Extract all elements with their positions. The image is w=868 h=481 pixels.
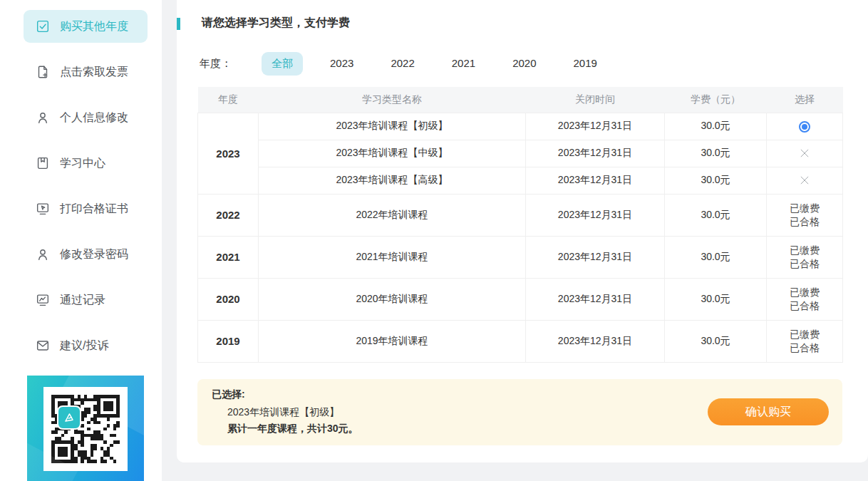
brand-logo-icon [57,405,81,430]
paid-status: 已缴费已合格 [767,328,842,355]
monitor-cursor-icon [35,201,51,217]
column-header: 学习类型名称 [259,87,526,113]
select-cell: 已缴费已合格 [767,320,843,362]
course-name-cell: 2023年培训课程【中级】 [259,140,526,167]
close-time-cell: 2023年12月31日 [526,167,665,194]
year-tab-2023[interactable]: 2023 [320,52,363,76]
fee-cell: 30.0元 [665,320,767,362]
sidebar-item-label: 购买其他年度 [60,19,128,34]
sidebar-item-label: 个人信息修改 [60,110,128,125]
sidebar-item-label: 点击索取发票 [60,65,128,80]
select-cell [767,167,843,194]
fee-cell: 30.0元 [665,140,767,167]
unavailable-x-icon [798,174,811,185]
wechat-qr-code [43,387,128,471]
column-header: 选择 [767,87,843,113]
close-time-cell: 2023年12月31日 [526,140,665,167]
title-accent-bar [177,18,180,30]
close-time-cell: 2023年12月31日 [526,236,665,278]
sidebar-item-5[interactable]: 打印合格证书 [24,192,148,225]
sidebar-item-label: 建议/投诉 [60,338,108,353]
fee-cell: 30.0元 [665,113,767,140]
qr-panel [27,376,144,481]
course-row: 2023年培训课程【高级】2023年12月31日30.0元 [198,167,843,194]
course-row: 20192019年培训课程2023年12月31日30.0元已缴费已合格 [198,320,843,362]
fee-cell: 30.0元 [665,167,767,194]
confirm-purchase-button[interactable]: 确认购买 [708,398,829,425]
sidebar-item-7[interactable]: 通过记录 [24,284,148,316]
select-cell: 已缴费已合格 [767,236,843,278]
select-cell: 已缴费已合格 [767,194,843,236]
course-name-cell: 2023年培训课程【初级】 [259,113,526,140]
column-header: 年度 [198,87,259,113]
course-name-cell: 2021年培训课程 [259,236,526,278]
sidebar-item-label: 通过记录 [60,293,105,308]
year-tab-2021[interactable]: 2021 [442,52,485,76]
course-radio-selected[interactable] [799,121,810,133]
course-table-body: 20232023年培训课程【初级】2023年12月31日30.0元2023年培训… [198,113,843,362]
course-name-cell: 2019年培训课程 [259,320,526,362]
year-cell: 2022 [198,194,259,236]
course-row: 20232023年培训课程【初级】2023年12月31日30.0元 [198,113,843,140]
year-tab-全部[interactable]: 全部 [262,52,303,76]
sidebar-menu: 购买其他年度点击索取发票个人信息修改学习中心打印合格证书修改登录密码通过记录建议… [0,0,162,362]
sidebar-item-label: 打印合格证书 [60,202,128,217]
fee-cell: 30.0元 [665,278,767,320]
course-table: 年度学习类型名称关闭时间学费（元）选择 20232023年培训课程【初级】202… [197,87,843,363]
year-tab-2019[interactable]: 2019 [564,52,607,76]
checkbox-check-icon [35,19,51,34]
invoice-plus-icon [35,64,51,80]
mail-icon [35,338,51,353]
close-time-cell: 2023年12月31日 [526,194,665,236]
course-name-cell: 2022年培训课程 [259,194,526,236]
year-cell: 2019 [198,320,259,362]
section-title: 请您选择学习类型，支付学费 [177,0,868,31]
fee-cell: 30.0元 [665,236,767,278]
sidebar-item-8[interactable]: 建议/投诉 [24,329,148,362]
sidebar-item-3[interactable]: 个人信息修改 [24,101,148,134]
column-header: 学费（元） [665,87,767,113]
sidebar-item-2[interactable]: 点击索取发票 [24,56,148,88]
close-time-cell: 2023年12月31日 [526,320,665,362]
paid-status: 已缴费已合格 [767,202,842,229]
year-filter-label: 年度： [200,57,232,71]
course-row: 20212021年培训课程2023年12月31日30.0元已缴费已合格 [198,236,843,278]
user-icon [35,247,51,262]
year-tab-2022[interactable]: 2022 [381,52,424,76]
page-title: 请您选择学习类型，支付学费 [202,16,350,29]
course-table-header: 年度学习类型名称关闭时间学费（元）选择 [198,87,843,113]
year-cell: 2020 [198,278,259,320]
main-panel: 请您选择学习类型，支付学费 年度： 全部20232022202120202019… [177,0,868,462]
chart-line-icon [35,292,51,308]
paid-status: 已缴费已合格 [767,244,842,271]
year-cell: 2021 [198,236,259,278]
sidebar-item-label: 学习中心 [60,156,105,171]
year-tab-2020[interactable]: 2020 [502,52,546,76]
select-cell [767,113,843,140]
column-header: 关闭时间 [526,87,665,113]
course-name-cell: 2020年培训课程 [259,278,526,320]
close-time-cell: 2023年12月31日 [526,113,665,140]
year-filter-tabs: 全部20232022202120202019 [262,52,624,76]
year-cell: 2023 [198,113,259,194]
course-row: 2023年培训课程【中级】2023年12月31日30.0元 [198,140,843,167]
sidebar: 购买其他年度点击索取发票个人信息修改学习中心打印合格证书修改登录密码通过记录建议… [0,0,162,481]
user-icon [35,110,51,125]
paid-status: 已缴费已合格 [767,286,842,313]
close-time-cell: 2023年12月31日 [526,278,665,320]
year-filter: 年度： 全部20232022202120202019 [200,52,868,76]
sidebar-item-label: 修改登录密码 [60,247,128,262]
sidebar-item-4[interactable]: 学习中心 [24,147,148,180]
select-cell [767,140,843,167]
course-name-cell: 2023年培训课程【高级】 [259,167,526,194]
course-row: 20222022年培训课程2023年12月31日30.0元已缴费已合格 [198,194,843,236]
fee-cell: 30.0元 [665,194,767,236]
select-cell: 已缴费已合格 [767,278,843,320]
selection-summary-panel: 已选择: 2023年培训课程【初级】 累计一年度课程，共计30元。 确认购买 [197,379,842,445]
sidebar-item-6[interactable]: 修改登录密码 [24,238,148,271]
sidebar-item-1[interactable]: 购买其他年度 [24,10,148,43]
unavailable-x-icon [798,147,811,158]
course-row: 20202020年培训课程2023年12月31日30.0元已缴费已合格 [198,278,843,320]
bookmark-book-icon [35,155,51,171]
